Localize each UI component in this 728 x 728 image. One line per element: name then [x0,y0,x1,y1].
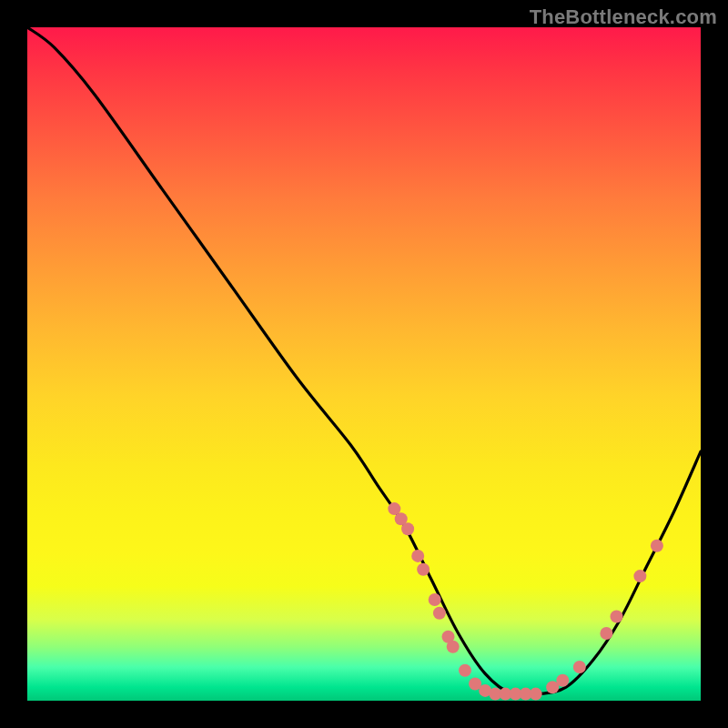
watermark-text: TheBottleneck.com [530,5,717,29]
curve-marker [530,688,542,701]
curve-marker [459,664,471,677]
curve-marker [447,641,460,653]
curve-svg [27,27,701,701]
chart-container: TheBottleneck.com [0,0,728,728]
curve-markers [388,502,663,701]
plot-area [27,27,701,701]
curve-marker [651,540,663,552]
curve-marker [573,661,586,673]
curve-marker [429,593,441,606]
curve-marker [433,607,446,620]
curve-marker [600,627,612,640]
bottleneck-curve [27,27,701,696]
curve-marker [611,611,623,623]
curve-marker [417,563,430,576]
curve-marker [401,522,414,535]
curve-marker [411,550,424,562]
curve-marker [633,570,646,582]
curve-marker [556,674,569,687]
